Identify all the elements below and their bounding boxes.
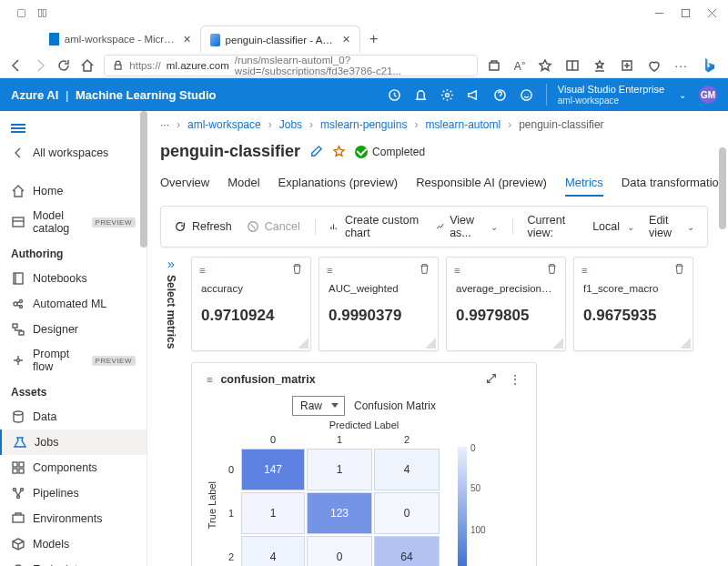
minimize-icon[interactable] <box>654 8 664 18</box>
extensions-icon[interactable] <box>647 58 662 73</box>
refresh-icon[interactable] <box>56 58 71 73</box>
sidebar-designer[interactable]: Designer <box>0 317 147 342</box>
shopping-icon[interactable] <box>487 58 501 73</box>
matrix-cell: 123 <box>307 492 372 534</box>
resize-handle-icon[interactable] <box>552 338 563 349</box>
sidebar-models[interactable]: Models <box>0 531 147 557</box>
bing-icon[interactable] <box>701 56 719 75</box>
sidebar-home[interactable]: Home <box>0 178 147 204</box>
browser-tab-inactive[interactable]: aml-workspace - Microsoft Azur ✕ <box>40 25 200 53</box>
window-controls <box>0 0 728 25</box>
delete-icon[interactable] <box>419 263 430 278</box>
matrix-mode-select[interactable]: Raw <box>292 396 345 416</box>
tab-data-transformation[interactable]: Data transformation (preview) <box>622 170 728 197</box>
sidebar-prompt-flow[interactable]: Prompt flow PREVIEW <box>0 342 147 379</box>
tab-metrics[interactable]: Metrics <box>565 170 603 197</box>
current-view-dropdown[interactable]: Local ⌄ <box>592 220 634 233</box>
tab-actions-icon[interactable] <box>37 8 47 18</box>
bell-icon[interactable] <box>414 88 428 102</box>
url-bar[interactable]: https://ml.azure.com/runs/mslearn-automl… <box>104 55 478 76</box>
svg-rect-30 <box>13 462 17 467</box>
gear-icon[interactable] <box>440 88 454 102</box>
favorites-list-icon[interactable] <box>592 58 607 73</box>
sidebar-label: Pipelines <box>33 487 79 500</box>
tab-overview[interactable]: Overview <box>160 170 209 197</box>
back-icon[interactable] <box>9 58 24 73</box>
drag-handle-icon[interactable]: ≡ <box>199 265 206 276</box>
profile-icon[interactable] <box>16 8 26 18</box>
delete-icon[interactable] <box>546 263 558 278</box>
main-scrollbar[interactable] <box>719 147 726 229</box>
metric-card[interactable]: ≡accuracy0.9710924 <box>191 257 311 351</box>
sidebar-endpoints[interactable]: Endpoints <box>0 557 147 566</box>
drag-handle-icon[interactable]: ≡ <box>327 265 333 276</box>
breadcrumb-jobs[interactable]: Jobs <box>279 118 302 131</box>
metric-card[interactable]: ≡average_precision_sco...0.9979805 <box>446 257 566 351</box>
maximize-icon[interactable] <box>681 8 691 18</box>
sidebar-automated-ml[interactable]: Automated ML <box>0 291 147 317</box>
sidebar-environments[interactable]: Environments <box>0 506 147 531</box>
chevron-down-icon[interactable]: ⌄ <box>679 90 686 100</box>
help-icon[interactable] <box>493 88 507 102</box>
sidebar-jobs[interactable]: Jobs <box>0 430 147 455</box>
button-label: Cancel <box>265 220 300 233</box>
breadcrumb-workspace[interactable]: aml-workspace <box>187 118 261 131</box>
select-value: Raw <box>300 399 322 412</box>
edit-icon[interactable] <box>309 145 323 158</box>
metric-card[interactable]: ≡AUC_weighted0.9990379 <box>318 257 439 351</box>
app-title: Azure AI | Machine Learning Studio <box>11 88 216 102</box>
button-label: View as... <box>450 214 483 239</box>
smiley-icon[interactable] <box>520 88 533 102</box>
sidebar-scrollbar[interactable] <box>140 111 147 248</box>
brand-left: Azure AI <box>11 88 58 102</box>
megaphone-icon[interactable] <box>467 88 480 102</box>
more-icon[interactable]: ⋮ <box>509 372 521 387</box>
clock-icon[interactable] <box>388 88 401 102</box>
favorite-icon[interactable] <box>538 58 552 73</box>
split-icon[interactable] <box>565 58 580 73</box>
avatar[interactable]: GM <box>699 86 717 104</box>
tab-close-icon[interactable]: ✕ <box>183 34 191 45</box>
create-chart-button[interactable]: Create custom chart <box>329 214 420 239</box>
sidebar-label: Notebooks <box>33 272 87 285</box>
resize-handle-icon[interactable] <box>425 338 436 349</box>
drag-handle-icon[interactable]: ≡ <box>454 265 460 276</box>
breadcrumb-more[interactable]: ··· <box>160 118 169 131</box>
metric-card[interactable]: ≡f1_score_macro0.9675935 <box>573 257 693 351</box>
subscription-picker[interactable]: Visual Studio Enterprise aml-workspace <box>546 84 664 105</box>
expand-icon[interactable]: » <box>167 257 175 271</box>
expand-icon[interactable] <box>485 372 498 385</box>
breadcrumb-parent[interactable]: mslearn-automl <box>425 118 500 131</box>
more-icon[interactable]: ··· <box>674 58 688 73</box>
resize-handle-icon[interactable] <box>680 338 691 349</box>
sidebar-model-catalog[interactable]: Model catalog PREVIEW <box>0 204 147 240</box>
select-metrics-rail[interactable]: » Select metrics <box>160 257 182 351</box>
text-size-icon[interactable]: A» <box>514 59 525 73</box>
sidebar-notebooks[interactable]: Notebooks <box>0 266 147 291</box>
sidebar-components[interactable]: Components <box>0 455 147 480</box>
refresh-button[interactable]: Refresh <box>174 220 232 233</box>
tab-close-icon[interactable]: ✕ <box>342 34 350 45</box>
drag-handle-icon[interactable]: ≡ <box>207 374 213 385</box>
sidebar-all-workspaces[interactable]: All workspaces <box>0 140 147 166</box>
view-as-dropdown[interactable]: View as... ⌄ <box>436 214 498 239</box>
sidebar-data[interactable]: Data <box>0 404 147 430</box>
delete-icon[interactable] <box>291 263 303 278</box>
tab-explanations[interactable]: Explanations (preview) <box>278 170 399 197</box>
tab-responsible-ai[interactable]: Responsible AI (preview) <box>416 170 547 197</box>
resize-handle-icon[interactable] <box>298 338 308 349</box>
browser-tab-active[interactable]: penguin-classifier - Azure AI | M ✕ <box>200 25 360 53</box>
close-icon[interactable] <box>707 8 717 18</box>
sidebar-pipelines[interactable]: Pipelines <box>0 480 147 506</box>
breadcrumb-experiment[interactable]: mslearn-penguins <box>320 118 407 131</box>
delete-icon[interactable] <box>673 263 685 278</box>
home-icon[interactable] <box>80 58 95 73</box>
sidebar-collapse-button[interactable] <box>0 116 147 140</box>
new-tab-button[interactable]: + <box>360 31 387 47</box>
tab-model[interactable]: Model <box>228 170 259 197</box>
collections-icon[interactable] <box>620 58 634 73</box>
drag-handle-icon[interactable]: ≡ <box>581 265 588 276</box>
star-icon[interactable] <box>332 145 346 158</box>
sidebar-section-authoring: Authoring <box>0 240 147 266</box>
edit-view-dropdown[interactable]: Edit view ⌄ <box>649 214 694 239</box>
